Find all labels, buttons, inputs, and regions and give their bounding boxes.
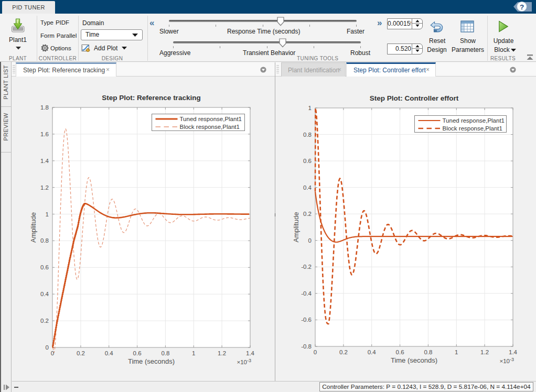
svg-text:0: 0 [51,350,54,356]
svg-text:0.4: 0.4 [303,184,312,191]
svg-text:1.4: 1.4 [40,158,49,164]
svg-text:-0.8: -0.8 [301,343,312,350]
svg-text:1.2: 1.2 [40,184,49,191]
svg-text:Step Plot: Reference tracking: Step Plot: Reference tracking [102,94,200,102]
svg-text:0.2: 0.2 [339,349,348,355]
svg-text:0.2: 0.2 [77,350,85,356]
svg-text:1: 1 [308,105,312,111]
svg-text:0: 0 [308,237,312,244]
svg-text:Block response,Plant1: Block response,Plant1 [180,124,240,130]
svg-text:0.8: 0.8 [161,350,169,356]
svg-text:-0.4: -0.4 [301,290,312,297]
svg-text:×10-3: ×10-3 [499,357,514,364]
svg-text:1.6: 1.6 [40,131,49,137]
svg-text:1.2: 1.2 [480,349,489,355]
svg-text:0.8: 0.8 [424,349,432,355]
svg-text:Step Plot: Controller effort: Step Plot: Controller effort [370,94,459,102]
svg-text:Tuned response,Plant1: Tuned response,Plant1 [443,117,505,124]
svg-text:0.6: 0.6 [40,264,49,270]
svg-text:1: 1 [455,349,458,355]
svg-text:?: ? [520,3,524,11]
svg-text:0.8: 0.8 [40,237,49,244]
svg-text:Time (seconds): Time (seconds) [128,357,175,365]
svg-text:-0.6: -0.6 [301,317,312,323]
svg-text:0.6: 0.6 [396,349,404,355]
svg-text:1.8: 1.8 [40,104,49,111]
svg-text:0.4: 0.4 [40,291,49,297]
svg-text:0.6: 0.6 [133,350,142,356]
svg-text:0: 0 [46,344,49,351]
svg-text:Block response,Plant1: Block response,Plant1 [443,125,502,132]
svg-text:0.8: 0.8 [303,132,312,138]
svg-text:Amplitude: Amplitude [29,212,37,243]
svg-text:Amplitude: Amplitude [292,212,300,243]
svg-text:0.4: 0.4 [105,350,114,356]
svg-text:1: 1 [192,350,195,356]
svg-text:0.4: 0.4 [368,349,377,355]
svg-text:0: 0 [314,349,317,355]
svg-text:1.2: 1.2 [218,350,226,356]
svg-text:1: 1 [46,211,49,217]
svg-text:0.2: 0.2 [40,318,49,324]
svg-text:1.4: 1.4 [246,350,255,356]
svg-text:-0.2: -0.2 [301,264,312,270]
svg-text:Tuned response,Plant1: Tuned response,Plant1 [180,116,242,122]
svg-text:1.4: 1.4 [509,349,518,355]
svg-text:Time (seconds): Time (seconds) [391,356,437,364]
svg-text:×10-3: ×10-3 [237,358,251,365]
svg-text:0.2: 0.2 [303,211,312,217]
svg-text:0.6: 0.6 [303,158,312,164]
